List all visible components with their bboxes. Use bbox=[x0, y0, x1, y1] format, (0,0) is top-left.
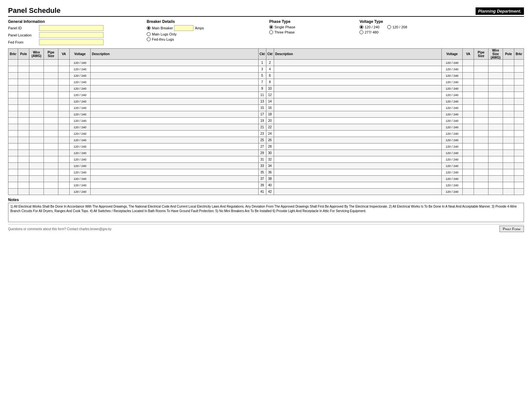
cell-va-right[interactable] bbox=[463, 66, 474, 73]
cell-desc-right[interactable] bbox=[274, 156, 442, 163]
cell-pole-right[interactable] bbox=[503, 176, 514, 182]
cell-va-right[interactable] bbox=[463, 156, 474, 163]
cell-desc-right[interactable] bbox=[274, 182, 442, 189]
panel-id-input[interactable] bbox=[39, 25, 103, 31]
cell-brkr-right[interactable] bbox=[514, 98, 524, 105]
cell-pipe-right[interactable] bbox=[474, 79, 488, 85]
cell-wire-right[interactable] bbox=[488, 66, 503, 73]
cell-va-right[interactable] bbox=[463, 137, 474, 143]
cell-desc-left[interactable] bbox=[91, 85, 259, 92]
cell-pipe-right[interactable] bbox=[474, 169, 488, 176]
cell-brkr-right[interactable] bbox=[514, 92, 524, 98]
cell-pole-left[interactable] bbox=[18, 189, 29, 195]
cell-brkr-right[interactable] bbox=[514, 156, 524, 163]
cell-va-right[interactable] bbox=[463, 143, 474, 150]
cell-pipe-left[interactable] bbox=[44, 176, 58, 182]
cell-desc-right[interactable] bbox=[274, 85, 442, 92]
cell-desc-left[interactable] bbox=[91, 73, 259, 79]
cell-brkr-left[interactable] bbox=[8, 60, 18, 66]
cell-brkr-right[interactable] bbox=[514, 73, 524, 79]
cell-pipe-left[interactable] bbox=[44, 73, 58, 79]
cell-pole-right[interactable] bbox=[503, 131, 514, 137]
cell-brkr-left[interactable] bbox=[8, 156, 18, 163]
cell-wire-right[interactable] bbox=[488, 182, 503, 189]
cell-wire-left[interactable] bbox=[29, 111, 44, 118]
cell-desc-right[interactable] bbox=[274, 118, 442, 124]
cell-pipe-right[interactable] bbox=[474, 118, 488, 124]
cell-pole-left[interactable] bbox=[18, 163, 29, 169]
cell-brkr-right[interactable] bbox=[514, 137, 524, 143]
cell-wire-left[interactable] bbox=[29, 66, 44, 73]
cell-brkr-right[interactable] bbox=[514, 60, 524, 66]
cell-pipe-left[interactable] bbox=[44, 137, 58, 143]
cell-va-right[interactable] bbox=[463, 60, 474, 66]
cell-wire-right[interactable] bbox=[488, 105, 503, 111]
cell-pipe-left[interactable] bbox=[44, 163, 58, 169]
cell-brkr-left[interactable] bbox=[8, 66, 18, 73]
print-form-button[interactable]: Print Form bbox=[499, 226, 524, 232]
cell-pipe-right[interactable] bbox=[474, 163, 488, 169]
cell-desc-right[interactable] bbox=[274, 111, 442, 118]
cell-pole-left[interactable] bbox=[18, 169, 29, 176]
cell-pole-left[interactable] bbox=[18, 118, 29, 124]
cell-desc-right[interactable] bbox=[274, 137, 442, 143]
cell-va-right[interactable] bbox=[463, 169, 474, 176]
cell-wire-right[interactable] bbox=[488, 143, 503, 150]
cell-pole-right[interactable] bbox=[503, 182, 514, 189]
cell-pole-left[interactable] bbox=[18, 85, 29, 92]
cell-pole-left[interactable] bbox=[18, 176, 29, 182]
cell-brkr-left[interactable] bbox=[8, 137, 18, 143]
main-lugs-radio[interactable] bbox=[147, 32, 151, 36]
fed-thru-radio[interactable] bbox=[147, 37, 151, 41]
cell-pipe-right[interactable] bbox=[474, 60, 488, 66]
cell-brkr-left[interactable] bbox=[8, 98, 18, 105]
cell-brkr-right[interactable] bbox=[514, 189, 524, 195]
cell-desc-right[interactable] bbox=[274, 143, 442, 150]
cell-va-right[interactable] bbox=[463, 176, 474, 182]
cell-va-right[interactable] bbox=[463, 111, 474, 118]
cell-pole-right[interactable] bbox=[503, 143, 514, 150]
cell-wire-right[interactable] bbox=[488, 137, 503, 143]
cell-va-right[interactable] bbox=[463, 124, 474, 131]
cell-pole-right[interactable] bbox=[503, 169, 514, 176]
cell-brkr-right[interactable] bbox=[514, 66, 524, 73]
cell-brkr-left[interactable] bbox=[8, 124, 18, 131]
cell-pole-right[interactable] bbox=[503, 60, 514, 66]
cell-pipe-right[interactable] bbox=[474, 150, 488, 156]
cell-wire-right[interactable] bbox=[488, 131, 503, 137]
cell-pipe-left[interactable] bbox=[44, 79, 58, 85]
cell-brkr-right[interactable] bbox=[514, 176, 524, 182]
cell-brkr-left[interactable] bbox=[8, 111, 18, 118]
cell-va-left[interactable] bbox=[58, 137, 70, 143]
cell-va-left[interactable] bbox=[58, 182, 70, 189]
cell-pole-left[interactable] bbox=[18, 137, 29, 143]
cell-wire-left[interactable] bbox=[29, 169, 44, 176]
cell-va-left[interactable] bbox=[58, 92, 70, 98]
cell-va-left[interactable] bbox=[58, 85, 70, 92]
cell-wire-right[interactable] bbox=[488, 111, 503, 118]
cell-pipe-left[interactable] bbox=[44, 156, 58, 163]
cell-pipe-left[interactable] bbox=[44, 98, 58, 105]
cell-pipe-right[interactable] bbox=[474, 137, 488, 143]
cell-pole-left[interactable] bbox=[18, 73, 29, 79]
cell-pipe-left[interactable] bbox=[44, 92, 58, 98]
v120-240-radio[interactable] bbox=[360, 25, 363, 29]
cell-wire-right[interactable] bbox=[488, 73, 503, 79]
cell-pole-left[interactable] bbox=[18, 98, 29, 105]
cell-va-left[interactable] bbox=[58, 79, 70, 85]
cell-pole-left[interactable] bbox=[18, 143, 29, 150]
cell-desc-right[interactable] bbox=[274, 163, 442, 169]
cell-desc-left[interactable] bbox=[91, 137, 259, 143]
cell-brkr-left[interactable] bbox=[8, 73, 18, 79]
cell-desc-right[interactable] bbox=[274, 79, 442, 85]
cell-desc-right[interactable] bbox=[274, 92, 442, 98]
cell-va-right[interactable] bbox=[463, 163, 474, 169]
cell-pole-left[interactable] bbox=[18, 156, 29, 163]
cell-pipe-right[interactable] bbox=[474, 92, 488, 98]
cell-desc-right[interactable] bbox=[274, 150, 442, 156]
cell-va-left[interactable] bbox=[58, 143, 70, 150]
cell-va-left[interactable] bbox=[58, 176, 70, 182]
cell-wire-left[interactable] bbox=[29, 92, 44, 98]
cell-wire-right[interactable] bbox=[488, 169, 503, 176]
cell-va-right[interactable] bbox=[463, 98, 474, 105]
